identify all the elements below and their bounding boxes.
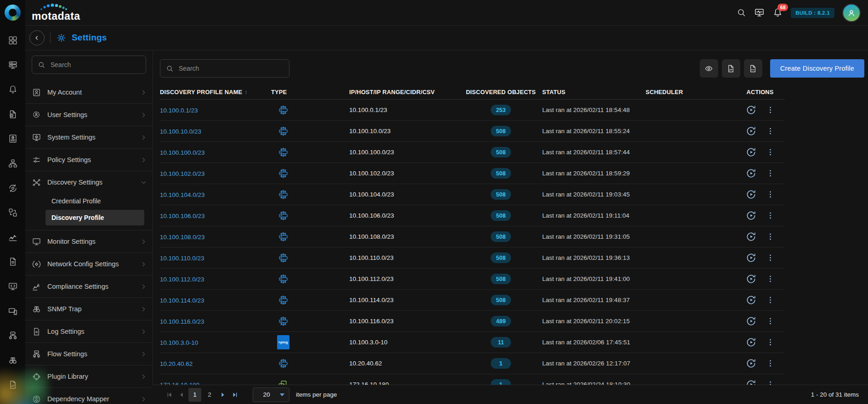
sidebar-item-flow-settings[interactable]: Flow Settings xyxy=(25,343,153,365)
discovered-objects-count[interactable]: 253 xyxy=(491,105,511,115)
discovered-objects-count[interactable]: 508 xyxy=(491,210,511,221)
sidebar-item-discovery-settings[interactable]: Discovery Settings xyxy=(25,171,153,193)
run-discovery-button[interactable] xyxy=(745,273,757,285)
profile-name-link[interactable]: 10.100.116.0/23 xyxy=(160,318,204,325)
next-page-button[interactable] xyxy=(217,389,229,401)
row-menu-button[interactable] xyxy=(766,106,775,114)
page-number-1[interactable]: 1 xyxy=(188,388,201,402)
profile-name-link[interactable]: 10.100.106.0/23 xyxy=(160,213,205,219)
discovered-objects-count[interactable]: 508 xyxy=(491,126,511,136)
rail-icon-scheduled-reports[interactable] xyxy=(0,105,25,123)
back-button[interactable] xyxy=(29,30,45,45)
page-size-select[interactable]: 20 xyxy=(253,387,289,402)
discovered-objects-count[interactable]: 1 xyxy=(491,358,511,369)
discovered-objects-count[interactable]: 489 xyxy=(491,316,511,326)
rail-icon-documents[interactable] xyxy=(0,252,25,271)
row-menu-button[interactable] xyxy=(766,296,775,304)
sidebar-search-input[interactable] xyxy=(50,61,146,69)
rail-icon-devices[interactable] xyxy=(0,302,25,320)
discovered-objects-count[interactable]: 508 xyxy=(491,274,511,284)
sidebar-item-network-config-settings[interactable]: Network Config Settings xyxy=(25,253,153,275)
profile-name-link[interactable]: 10.100.100.0/23 xyxy=(160,149,205,156)
rail-icon-discovery[interactable] xyxy=(0,351,25,370)
row-menu-button[interactable] xyxy=(766,127,775,135)
rail-icon-automation[interactable] xyxy=(0,179,25,197)
column-visibility-button[interactable] xyxy=(700,59,718,78)
sidebar-item-my-account[interactable]: My Account xyxy=(25,81,153,104)
column-header-discovered-objects[interactable]: DISCOVERED OBJECTS xyxy=(460,89,542,95)
rail-icon-integrations[interactable] xyxy=(0,203,25,222)
notification-bell-icon[interactable]: 68 xyxy=(772,7,783,18)
row-menu-button[interactable] xyxy=(766,253,775,262)
search-icon[interactable] xyxy=(737,8,746,17)
column-header-type[interactable]: TYPE xyxy=(271,89,349,95)
system-health-icon[interactable] xyxy=(754,7,765,18)
profile-name-link[interactable]: 10.100.104.0/23 xyxy=(160,191,205,198)
column-header-discovery-profile-name[interactable]: DISCOVERY PROFILE NAME↑ xyxy=(160,89,271,95)
sidebar-item-user-settings[interactable]: User Settings xyxy=(25,104,153,126)
sidebar-search[interactable] xyxy=(32,56,146,74)
run-discovery-button[interactable] xyxy=(745,210,757,221)
sidebar-item-policy-settings[interactable]: Policy Settings xyxy=(25,149,153,171)
table-search-input[interactable] xyxy=(178,64,289,73)
row-menu-button[interactable] xyxy=(766,148,775,157)
export-pdf-button[interactable] xyxy=(722,59,740,78)
run-discovery-button[interactable] xyxy=(745,189,757,200)
row-menu-button[interactable] xyxy=(766,275,775,283)
previous-page-button[interactable] xyxy=(176,389,187,401)
first-page-button[interactable] xyxy=(164,389,176,401)
user-avatar[interactable] xyxy=(842,4,861,22)
row-menu-button[interactable] xyxy=(766,317,775,325)
run-discovery-button[interactable] xyxy=(745,252,757,264)
rail-icon-analytics[interactable] xyxy=(0,228,25,247)
sidebar-item-compliance-settings[interactable]: Compliance Settings xyxy=(25,275,153,298)
profile-name-link[interactable]: 10.100.3.0-10 xyxy=(160,339,198,346)
rail-icon-audit[interactable] xyxy=(0,376,25,394)
run-discovery-button[interactable] xyxy=(745,231,757,242)
rail-icon-dashboard[interactable] xyxy=(0,31,25,50)
rail-icon-topology[interactable] xyxy=(0,154,25,173)
row-menu-button[interactable] xyxy=(766,190,775,199)
export-csv-button[interactable] xyxy=(744,59,762,78)
discovered-objects-count[interactable]: 508 xyxy=(491,252,511,263)
profile-name-link[interactable]: 10.100.10.0/23 xyxy=(160,128,201,135)
sidebar-subitem-credential-profile[interactable]: Credential Profile xyxy=(45,193,144,209)
run-discovery-button[interactable] xyxy=(745,315,757,327)
rail-icon-network[interactable] xyxy=(0,326,25,345)
discovered-objects-count[interactable]: 508 xyxy=(491,168,511,179)
discovered-objects-count[interactable]: 508 xyxy=(491,231,511,242)
table-search[interactable] xyxy=(160,59,289,78)
column-header-actions[interactable]: ACTIONS xyxy=(735,89,785,95)
row-menu-button[interactable] xyxy=(766,338,775,347)
sidebar-item-snmp-trap[interactable]: SNMP Trap xyxy=(25,298,153,320)
profile-name-link[interactable]: 10.100.112.0/23 xyxy=(160,276,204,283)
run-discovery-button[interactable] xyxy=(745,168,757,179)
page-number-2[interactable]: 2 xyxy=(203,388,216,402)
rail-icon-alerts[interactable] xyxy=(0,80,25,99)
rail-icon-infrastructure[interactable] xyxy=(0,56,25,74)
sidebar-item-log-settings[interactable]: Log Settings xyxy=(25,320,153,343)
profile-name-link[interactable]: 10.100.108.0/23 xyxy=(160,234,205,241)
discovered-objects-count[interactable]: 508 xyxy=(491,295,511,305)
profile-name-link[interactable]: 10.100.102.0/23 xyxy=(160,170,205,177)
create-discovery-profile-button[interactable]: Create Discovery Profile xyxy=(770,59,864,78)
row-menu-button[interactable] xyxy=(766,232,775,241)
run-discovery-button[interactable] xyxy=(745,125,757,137)
run-discovery-button[interactable] xyxy=(745,358,757,369)
profile-name-link[interactable]: 10.20.40.62 xyxy=(160,360,193,367)
sidebar-item-plugin-library[interactable]: Plugin Library xyxy=(25,365,153,388)
discovered-objects-count[interactable]: 508 xyxy=(491,147,511,157)
row-menu-button[interactable] xyxy=(766,169,775,178)
profile-name-link[interactable]: 10.100.0.1/23 xyxy=(160,107,198,114)
discovered-objects-count[interactable]: 508 xyxy=(491,189,511,200)
run-discovery-button[interactable] xyxy=(745,337,757,348)
rail-icon-scripts[interactable] xyxy=(0,277,25,296)
run-discovery-button[interactable] xyxy=(745,104,757,116)
column-header-scheduler[interactable]: SCHEDULER xyxy=(646,89,735,95)
column-header-status[interactable]: STATUS xyxy=(542,89,646,95)
sidebar-subitem-discovery-profile[interactable]: Discovery Profile xyxy=(45,210,144,225)
row-menu-button[interactable] xyxy=(766,359,775,368)
row-menu-button[interactable] xyxy=(766,211,775,220)
sidebar-item-dependency-mapper[interactable]: Dependency Mapper xyxy=(25,388,153,404)
app-logo-icon[interactable] xyxy=(5,5,21,21)
